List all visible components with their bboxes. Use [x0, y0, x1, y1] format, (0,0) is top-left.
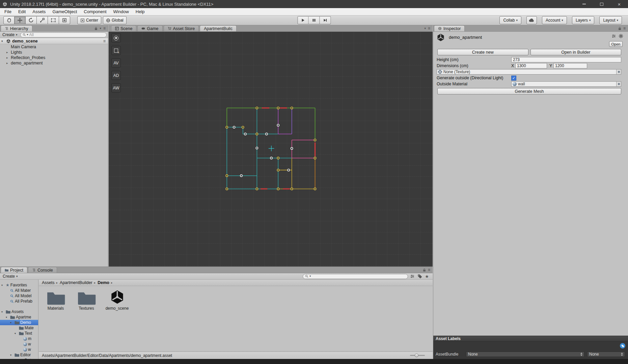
project-create-dropdown[interactable]: Create ▾ [2, 274, 19, 279]
hand-tool-button[interactable] [3, 16, 15, 24]
chevron-down-icon[interactable]: ▾ [100, 27, 101, 30]
layout-dropdown[interactable]: Layout▾ [599, 16, 622, 24]
menu-item[interactable]: Component [80, 8, 110, 15]
rotate-tool-button[interactable] [26, 16, 37, 24]
project-tree-item[interactable]: ★ m [0, 336, 38, 341]
expand-arrow-icon[interactable]: ▾ [6, 316, 9, 319]
step-button[interactable] [320, 16, 331, 24]
tab-console[interactable]: Console [28, 267, 57, 273]
menu-item[interactable]: GameObject [49, 8, 80, 15]
gear-icon[interactable] [619, 34, 623, 38]
project-search-input[interactable] [312, 274, 406, 279]
project-tree-item[interactable]: ▾ ★ Editor [0, 352, 38, 358]
hierarchy-item[interactable]: ▸ demo_apartment [0, 60, 108, 66]
height-input[interactable] [511, 57, 621, 62]
project-tree-item[interactable]: ★ All Mater [0, 288, 38, 293]
menu-item[interactable]: Edit [15, 8, 29, 15]
scale-tool-button[interactable] [37, 16, 48, 24]
create-new-button[interactable]: Create new [437, 49, 528, 55]
object-picker-icon[interactable] [616, 82, 621, 86]
account-dropdown[interactable]: Account▾ [542, 16, 567, 24]
expand-arrow-icon[interactable]: ▾ [10, 321, 13, 324]
project-tree-item[interactable]: ▾ ★ Text [0, 331, 38, 336]
expand-arrow-icon[interactable]: ▾ [1, 310, 5, 313]
apartment-tool-button[interactable]: AW [111, 83, 121, 92]
generate-mesh-button[interactable]: Generate Mesh [437, 88, 621, 94]
rect-tool-button[interactable] [48, 16, 59, 24]
lock-icon[interactable] [618, 27, 621, 30]
add-room-tool-button[interactable] [111, 46, 121, 55]
project-asset[interactable]: Materials [44, 289, 68, 311]
apartment-tool-button[interactable]: AD [111, 71, 121, 80]
node-tool-button[interactable] [111, 33, 121, 43]
pause-button[interactable] [308, 16, 320, 24]
hierarchy-item[interactable]: Main Camera [0, 44, 108, 50]
project-tree-item[interactable]: ▾ ★ Demo [0, 320, 38, 325]
asset-labels-header[interactable]: Asset Labels [433, 336, 628, 341]
dimension-y-input[interactable] [553, 63, 587, 68]
lock-icon[interactable] [423, 268, 426, 272]
thumbnail-zoom-slider[interactable] [410, 355, 425, 356]
transform-tool-button[interactable] [59, 16, 70, 24]
open-in-builder-button[interactable]: Open in Builder [530, 49, 622, 55]
hierarchy-scene-row[interactable]: ▾ demo_scene ≡ [0, 38, 108, 44]
menu-item[interactable]: Help [132, 8, 148, 15]
tab-hierarchy[interactable]: Hierarchy [1, 25, 32, 31]
label-filter-icon[interactable] [417, 274, 422, 279]
scene-options-icon[interactable]: ≡ [103, 39, 106, 44]
collab-dropdown[interactable]: Collab▾ [499, 16, 521, 24]
tab-project[interactable]: Project [1, 267, 27, 273]
apartment-tool-button[interactable]: AV [111, 58, 121, 67]
scene-view-tab[interactable]: Asset Store [164, 25, 199, 31]
assetbundle-dropdown[interactable]: None [466, 352, 584, 357]
panel-menu-icon[interactable]: ≡ [428, 26, 430, 30]
expand-arrow-icon[interactable]: ▾ [1, 39, 5, 43]
expand-arrow-icon[interactable]: ▸ [6, 56, 11, 59]
hierarchy-item[interactable]: ▸ Lights [0, 50, 108, 55]
lock-icon[interactable] [94, 27, 98, 30]
type-filter-icon[interactable] [410, 274, 415, 279]
project-search[interactable]: ▾ [303, 274, 408, 279]
menu-item[interactable]: File [1, 8, 15, 15]
scene-viewport[interactable]: AV AD AW [109, 32, 433, 267]
panel-menu-icon[interactable]: ≡ [428, 268, 430, 272]
assetbundle-variant-dropdown[interactable]: None [587, 352, 625, 357]
dimension-x-input[interactable] [515, 63, 547, 68]
cloud-button[interactable] [526, 16, 537, 24]
breadcrumb-item[interactable]: Assets ▸ [41, 280, 58, 285]
expand-arrow-icon[interactable]: ▸ [6, 51, 11, 54]
move-tool-button[interactable] [15, 16, 26, 24]
project-tree-item[interactable]: ▾ ★ Favorites [0, 282, 38, 288]
project-asset[interactable]: Textures [74, 289, 99, 311]
expand-arrow-icon[interactable]: ▸ [6, 61, 11, 65]
open-asset-button[interactable]: Open [609, 41, 623, 47]
maximize-button[interactable] [593, 0, 610, 8]
breadcrumb-item[interactable]: ApartmentBuilder ▸ [59, 280, 96, 285]
generate-outside-checkbox[interactable]: ✓ [511, 76, 516, 81]
play-button[interactable] [297, 16, 308, 24]
project-tree-item[interactable]: ★ All Model [0, 293, 38, 299]
project-tree-item[interactable]: ★ Mate [0, 325, 38, 331]
scene-view-tab[interactable]: Game [137, 25, 162, 31]
project-tree-item[interactable]: ★ All Prefab [0, 299, 38, 304]
project-tree-item[interactable]: ▾ ★ Assets [0, 309, 38, 314]
texture-object-field[interactable]: None (Texture) [437, 69, 621, 75]
scene-view-tab[interactable]: ApartmentBuilc [200, 25, 237, 31]
label-picker-button[interactable] [620, 343, 625, 348]
hierarchy-search-input[interactable] [29, 32, 104, 37]
object-picker-icon[interactable] [616, 69, 621, 74]
presets-icon[interactable] [611, 34, 616, 38]
panel-menu-icon[interactable]: ≡ [623, 26, 626, 30]
favorites-filter-icon[interactable]: ★ [425, 274, 429, 279]
project-tree-item[interactable]: ★ w [0, 347, 38, 352]
menu-item[interactable]: Assets [29, 8, 49, 15]
menu-item[interactable]: Window [110, 8, 132, 15]
expand-arrow-icon[interactable]: ▾ [1, 284, 5, 287]
chevron-down-icon[interactable]: ▾ [424, 27, 426, 30]
slider-knob[interactable] [415, 354, 418, 357]
expand-arrow-icon[interactable]: ▾ [10, 354, 13, 357]
breadcrumb-item[interactable]: Demo ▸ [97, 280, 113, 285]
project-tree-item[interactable]: ▾ ★ Apartme [0, 314, 38, 320]
tab-inspector[interactable]: Inspector [434, 25, 465, 31]
outside-material-field[interactable]: wall [511, 81, 621, 87]
